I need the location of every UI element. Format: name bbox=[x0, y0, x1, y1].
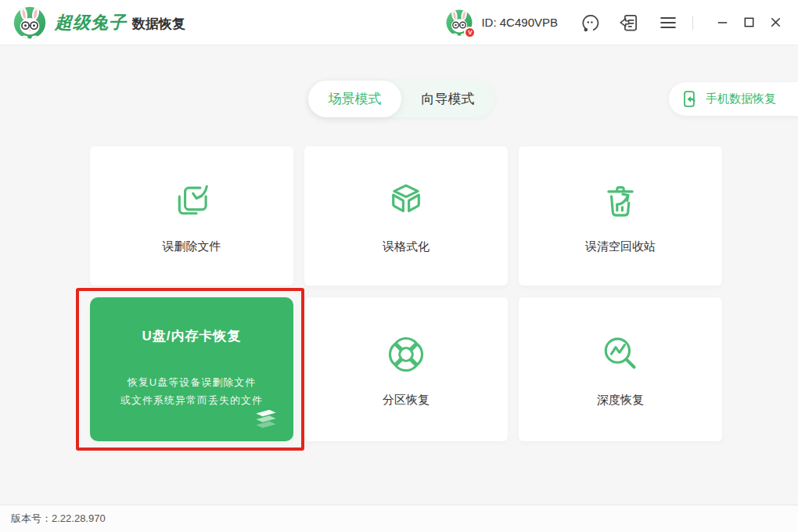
desc-line-2: 或文件系统异常而丢失的文件 bbox=[120, 391, 263, 409]
feedback-icon[interactable] bbox=[619, 13, 639, 33]
card-label: 分区恢复 bbox=[383, 393, 430, 408]
version-label: 版本号：2.22.28.970 bbox=[11, 512, 106, 526]
mode-tab-group: 场景模式 向导模式 bbox=[308, 81, 494, 117]
minimize-button[interactable] bbox=[712, 13, 732, 33]
tab-wizard-mode[interactable]: 向导模式 bbox=[401, 81, 494, 117]
card-partition-recovery[interactable]: 分区恢复 bbox=[304, 297, 508, 441]
user-id-label: ID: 4C490VPB bbox=[481, 16, 558, 29]
close-button[interactable] bbox=[765, 13, 785, 33]
card-usb-memory-recovery[interactable]: U盘/内存卡恢复 恢复U盘等设备误删除文件 或文件系统异常而丢失的文件 bbox=[90, 297, 293, 441]
card-label: 误清空回收站 bbox=[585, 239, 656, 254]
phone-button-label: 手机数据恢复 bbox=[706, 92, 776, 106]
phone-restore-icon bbox=[681, 90, 699, 108]
desc-line-1: 恢复U盘等设备误删除文件 bbox=[120, 373, 263, 391]
card-empty-recycle-bin[interactable]: 误清空回收站 bbox=[519, 146, 722, 286]
tab-scene-mode[interactable]: 场景模式 bbox=[308, 81, 401, 117]
card-deep-recovery[interactable]: 深度恢复 bbox=[519, 297, 722, 441]
cube-icon bbox=[383, 178, 429, 224]
file-restore-icon bbox=[169, 178, 214, 224]
vip-badge: V bbox=[464, 27, 476, 38]
phone-data-recovery-button[interactable]: 手机数据恢复 bbox=[669, 82, 798, 116]
brand-name: 超级兔子 bbox=[55, 11, 127, 34]
footer: 版本号：2.22.28.970 bbox=[0, 505, 798, 532]
highlight-card-title: U盘/内存卡恢复 bbox=[142, 327, 242, 345]
customer-service-icon[interactable] bbox=[580, 13, 600, 33]
card-label: 误格式化 bbox=[383, 239, 430, 254]
app-window: 超级兔子 数据恢复 bbox=[0, 0, 798, 532]
recycle-restore-icon bbox=[598, 178, 643, 224]
titlebar: 超级兔子 数据恢复 bbox=[0, 0, 798, 45]
menu-icon[interactable] bbox=[658, 13, 678, 33]
deep-scan-icon bbox=[598, 332, 643, 377]
titlebar-divider bbox=[692, 16, 693, 30]
main-content: 场景模式 向导模式 手机数据恢复 误删除文件 bbox=[0, 45, 798, 505]
card-label: 深度恢复 bbox=[597, 393, 644, 408]
titlebar-right: V ID: 4C490VPB bbox=[445, 9, 798, 37]
partition-icon bbox=[383, 332, 429, 377]
app-title: 超级兔子 数据恢复 bbox=[55, 11, 185, 34]
brand-suffix: 数据恢复 bbox=[132, 15, 185, 33]
recovery-cards-grid: 误删除文件 误格式化 bbox=[90, 146, 722, 441]
highlight-card-description: 恢复U盘等设备误删除文件 或文件系统异常而丢失的文件 bbox=[120, 373, 263, 409]
rabbit-logo-icon bbox=[13, 5, 47, 40]
card-unformat[interactable]: 误格式化 bbox=[304, 146, 508, 286]
layers-icon bbox=[251, 408, 281, 432]
card-undelete-files[interactable]: 误删除文件 bbox=[90, 146, 293, 286]
maximize-button[interactable] bbox=[739, 13, 759, 33]
user-avatar[interactable]: V bbox=[445, 9, 473, 37]
card-label: 误删除文件 bbox=[163, 239, 221, 254]
